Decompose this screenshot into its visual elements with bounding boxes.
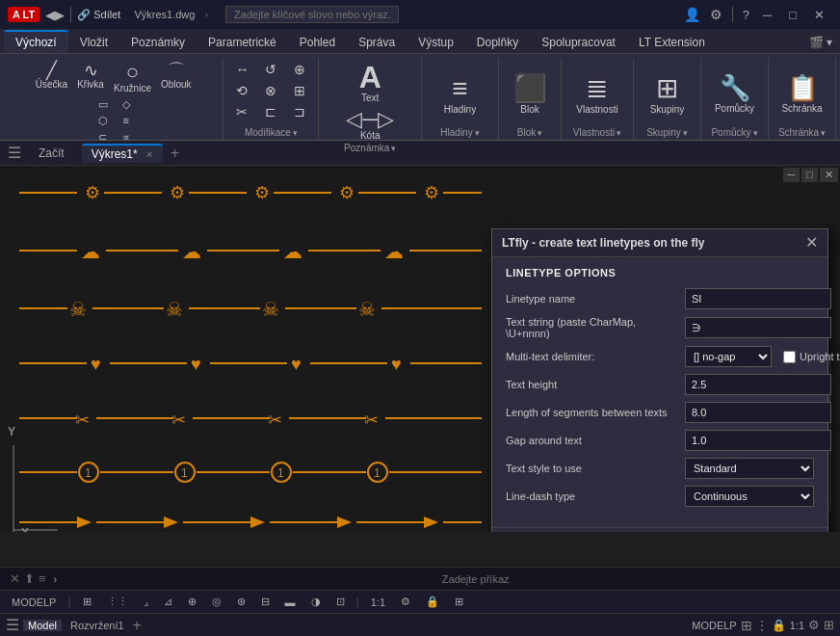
otrack-toggle[interactable]: ⊛ [233, 596, 249, 608]
pomucky-expand[interactable]: ▾ [753, 128, 758, 138]
skupiny-expand[interactable]: ▾ [683, 128, 688, 138]
extra-draw-5[interactable]: ⊂ [92, 130, 114, 145]
draw-minimize[interactable]: ─ [783, 168, 801, 182]
extra-draw-2[interactable]: ◇ [116, 97, 137, 112]
extra-draw-4[interactable]: ≡ [116, 114, 137, 128]
upright-checkbox[interactable] [783, 351, 796, 363]
cmd-icon-arrow[interactable]: ⬆ [24, 571, 35, 586]
tab-sprava[interactable]: Správa [347, 32, 407, 53]
3dosnap-toggle[interactable]: ◎ [208, 596, 225, 608]
tab-vychozi[interactable]: Výchozí [4, 30, 68, 53]
add-tab-button[interactable]: + [171, 145, 179, 162]
grid-toggle[interactable]: ⊞ [79, 596, 95, 608]
mod-btn-6[interactable]: ⊞ [286, 81, 313, 100]
schranka-expand[interactable]: ▾ [821, 128, 826, 138]
tab-spolupracovat[interactable]: Spolupracovat [530, 32, 627, 53]
poznamka-expand[interactable]: ▾ [391, 144, 396, 153]
mod-btn-2[interactable]: ↺ [257, 60, 284, 79]
transparency-toggle[interactable]: ◑ [307, 596, 325, 608]
bottom-layout-view[interactable]: ⊞ [824, 618, 834, 632]
cmd-dropdown[interactable]: ≡ [39, 571, 46, 586]
settings-icon[interactable]: ⚙ [710, 7, 722, 22]
extra-draw-1[interactable]: ▭ [92, 97, 114, 112]
text-button[interactable]: A Text [353, 60, 387, 105]
extra-draw-6[interactable]: ∝ [116, 130, 137, 145]
close-button[interactable]: ✕ [806, 6, 832, 24]
hladiny-expand[interactable]: ▾ [475, 128, 480, 138]
vlastnosti-expand[interactable]: ▾ [617, 128, 621, 138]
bottom-lock[interactable]: 🔒 [772, 619, 786, 632]
mod-btn-3[interactable]: ⊕ [286, 60, 313, 79]
kruznice-button[interactable]: ○ Kružnice [110, 60, 155, 95]
pomucky-button[interactable]: 🔧 Pomůcky [711, 71, 758, 116]
upright-checkbox-label[interactable]: Upright text (2011+) [783, 351, 840, 363]
usecka-button[interactable]: ╱ Úsečka [32, 60, 71, 92]
share-button[interactable]: 🔗 Sdílet [77, 9, 120, 21]
text-string-input[interactable] [685, 317, 831, 338]
layout1-tab[interactable]: Rozvržení1 [66, 620, 129, 631]
draw-restore[interactable]: □ [801, 168, 818, 182]
oblouk-button[interactable]: ⌒ Oblouk [157, 60, 196, 92]
bottom-scale[interactable]: 1:1 [790, 620, 804, 631]
tab-pohled[interactable]: Pohled [288, 32, 347, 53]
bottom-grid[interactable]: ⊞ [741, 618, 752, 633]
maximize-button[interactable]: □ [781, 6, 804, 24]
help-icon[interactable]: ? [743, 8, 749, 22]
view-toggle[interactable]: ⊞ [451, 596, 467, 608]
text-style-select[interactable]: Standard Annotative [685, 458, 814, 479]
mod-btn-4[interactable]: ⟲ [228, 81, 255, 100]
tab-vlozit[interactable]: Vložit [68, 32, 119, 53]
tab-doplnky[interactable]: Doplňky [465, 32, 530, 53]
modelp-status[interactable]: MODELP [8, 596, 60, 608]
selection-toggle[interactable]: ⊡ [332, 596, 349, 608]
bottom-gear[interactable]: ⚙ [808, 618, 820, 632]
tab-poznamky[interactable]: Poznámky [119, 32, 197, 53]
tab-parametricke[interactable]: Parametrické [197, 32, 288, 53]
blok-expand[interactable]: ▾ [538, 128, 542, 138]
ortho-toggle[interactable]: ⌟ [140, 596, 152, 608]
bottom-snap[interactable]: ⋮ [756, 619, 768, 632]
extra-draw-3[interactable]: ⬡ [92, 114, 114, 128]
dialog-close-button[interactable]: ✕ [805, 235, 818, 251]
modifikace-expand[interactable]: ▾ [293, 128, 298, 138]
add-layout-button[interactable]: + [133, 617, 142, 634]
search-input[interactable] [225, 6, 399, 23]
text-height-input[interactable] [685, 374, 831, 395]
blok-button[interactable]: ⬛ Blok [510, 70, 551, 117]
krivka-button[interactable]: ∿ Křivka [73, 60, 108, 92]
model-tab[interactable]: Model [23, 620, 62, 631]
tab-vystup[interactable]: Výstup [407, 32, 465, 53]
mod-btn-1[interactable]: ↔ [228, 60, 255, 79]
vlastnosti-button[interactable]: ≣ Vlastnosti [572, 70, 621, 117]
kota-button[interactable]: ◁─▷ Kóta [342, 107, 398, 143]
line-dash-select[interactable]: Continuous Dashed Dotted [685, 486, 814, 507]
hamburger-menu[interactable]: ☰ [8, 144, 21, 162]
tab-zacit[interactable]: Začít [29, 145, 74, 162]
tab-lt-extension[interactable]: LT Extension [627, 32, 717, 53]
tab-vykres1[interactable]: Výkres1* ✕ [82, 144, 163, 163]
command-input[interactable] [442, 573, 830, 585]
osnap-toggle[interactable]: ⊕ [184, 596, 200, 608]
gap-input[interactable] [685, 430, 831, 451]
cmd-icon-x[interactable]: ✕ [10, 571, 20, 586]
drawing-area[interactable]: ⚙ ⚙ ⚙ ⚙ ⚙ ☁ ☁ ☁ ☁ ☠ ☠ ☠ ☠ ♥ ♥ ♥ [0, 166, 840, 532]
mod-btn-8[interactable]: ⊏ [257, 102, 284, 121]
polar-toggle[interactable]: ⊿ [160, 596, 176, 608]
ducs-toggle[interactable]: ⊟ [257, 596, 274, 608]
hladiny-button[interactable]: ≡ Hladiny [440, 71, 480, 117]
menu-icon[interactable]: ☰ [6, 616, 19, 634]
undo-redo[interactable]: ◀▶ [45, 8, 65, 22]
snap-toggle[interactable]: ⋮⋮ [103, 596, 132, 608]
lineweight-toggle[interactable]: ▬ [281, 596, 300, 608]
mod-btn-7[interactable]: ✂ [228, 102, 255, 121]
lock-icon[interactable]: 🔒 [422, 596, 443, 608]
multitext-select[interactable]: [] no-gap [] gap {} no-gap [685, 346, 772, 367]
mod-btn-5[interactable]: ⊗ [257, 81, 284, 100]
skupiny-button[interactable]: ⊞ Skupiny [646, 70, 689, 117]
gear-settings[interactable]: ⚙ [397, 596, 414, 608]
segment-length-input[interactable] [685, 402, 831, 423]
tab-close-vykres1[interactable]: ✕ [145, 149, 153, 160]
scale-display[interactable]: 1:1 [367, 596, 389, 608]
linetype-name-input[interactable] [685, 288, 831, 309]
mod-btn-9[interactable]: ⊐ [286, 102, 313, 121]
